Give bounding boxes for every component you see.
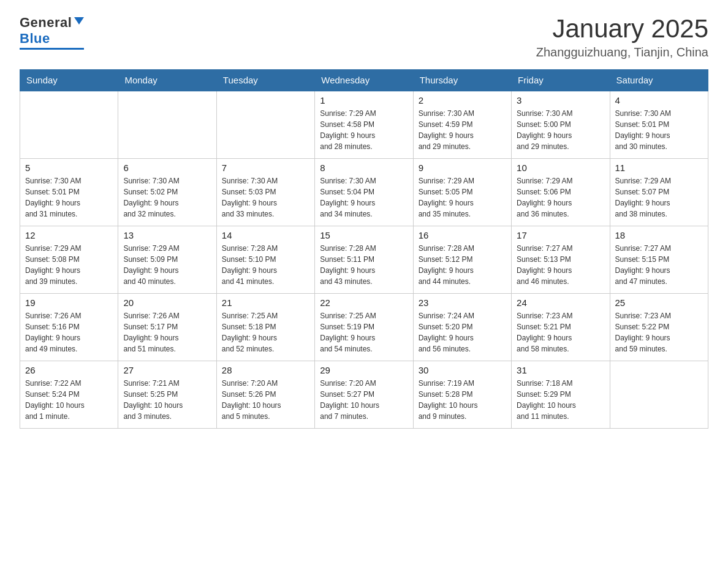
day-cell: 30Sunrise: 7:19 AM Sunset: 5:28 PM Dayli… (413, 361, 511, 428)
day-info: Sunrise: 7:20 AM Sunset: 5:27 PM Dayligh… (320, 378, 408, 422)
day-cell: 18Sunrise: 7:27 AM Sunset: 5:15 PM Dayli… (610, 226, 708, 293)
day-number: 27 (123, 365, 211, 375)
day-number: 9 (419, 163, 506, 173)
day-number: 14 (222, 230, 309, 240)
day-number: 3 (517, 95, 604, 105)
day-info: Sunrise: 7:19 AM Sunset: 5:28 PM Dayligh… (419, 378, 506, 422)
day-number: 30 (419, 365, 506, 375)
day-cell: 24Sunrise: 7:23 AM Sunset: 5:21 PM Dayli… (512, 293, 610, 361)
day-cell: 1Sunrise: 7:29 AM Sunset: 4:58 PM Daylig… (315, 91, 413, 158)
day-info: Sunrise: 7:30 AM Sunset: 5:04 PM Dayligh… (320, 175, 408, 220)
day-info: Sunrise: 7:30 AM Sunset: 4:59 PM Dayligh… (419, 108, 506, 152)
day-number: 24 (517, 297, 604, 308)
day-cell: 12Sunrise: 7:29 AM Sunset: 5:08 PM Dayli… (20, 226, 118, 293)
day-info: Sunrise: 7:29 AM Sunset: 5:05 PM Dayligh… (419, 175, 506, 220)
header-cell-tuesday: Tuesday (216, 70, 314, 91)
day-number: 20 (123, 297, 211, 308)
day-cell: 25Sunrise: 7:23 AM Sunset: 5:22 PM Dayli… (610, 293, 708, 361)
day-info: Sunrise: 7:23 AM Sunset: 5:22 PM Dayligh… (615, 310, 703, 354)
day-number: 18 (615, 230, 703, 240)
day-info: Sunrise: 7:20 AM Sunset: 5:26 PM Dayligh… (222, 378, 309, 422)
header-cell-friday: Friday (512, 70, 610, 91)
day-number: 26 (25, 365, 113, 375)
day-number: 29 (320, 365, 408, 375)
logo-triangle-icon (74, 17, 84, 25)
week-row-2: 5Sunrise: 7:30 AM Sunset: 5:01 PM Daylig… (20, 158, 708, 226)
day-number: 2 (419, 95, 506, 105)
day-info: Sunrise: 7:22 AM Sunset: 5:24 PM Dayligh… (25, 378, 113, 422)
day-cell: 16Sunrise: 7:28 AM Sunset: 5:12 PM Dayli… (413, 226, 511, 293)
header-cell-saturday: Saturday (610, 70, 708, 91)
day-cell: 22Sunrise: 7:25 AM Sunset: 5:19 PM Dayli… (315, 293, 413, 361)
day-cell: 15Sunrise: 7:28 AM Sunset: 5:11 PM Dayli… (315, 226, 413, 293)
day-info: Sunrise: 7:30 AM Sunset: 5:03 PM Dayligh… (222, 175, 309, 220)
day-cell: 13Sunrise: 7:29 AM Sunset: 5:09 PM Dayli… (118, 226, 216, 293)
day-info: Sunrise: 7:28 AM Sunset: 5:10 PM Dayligh… (222, 243, 309, 287)
header-cell-monday: Monday (118, 70, 216, 91)
day-info: Sunrise: 7:24 AM Sunset: 5:20 PM Dayligh… (419, 310, 506, 354)
week-row-3: 12Sunrise: 7:29 AM Sunset: 5:08 PM Dayli… (20, 226, 708, 293)
day-info: Sunrise: 7:27 AM Sunset: 5:15 PM Dayligh… (615, 243, 703, 287)
week-row-5: 26Sunrise: 7:22 AM Sunset: 5:24 PM Dayli… (20, 361, 708, 428)
day-cell: 26Sunrise: 7:22 AM Sunset: 5:24 PM Dayli… (20, 361, 118, 428)
day-info: Sunrise: 7:26 AM Sunset: 5:16 PM Dayligh… (25, 310, 113, 354)
calendar-body: 1Sunrise: 7:29 AM Sunset: 4:58 PM Daylig… (20, 91, 708, 428)
day-info: Sunrise: 7:23 AM Sunset: 5:21 PM Dayligh… (517, 310, 604, 354)
day-cell (610, 361, 708, 428)
day-number: 5 (25, 163, 113, 173)
day-number: 28 (222, 365, 309, 375)
day-info: Sunrise: 7:30 AM Sunset: 5:01 PM Dayligh… (25, 175, 113, 220)
day-info: Sunrise: 7:30 AM Sunset: 5:02 PM Dayligh… (123, 175, 211, 220)
day-cell: 6Sunrise: 7:30 AM Sunset: 5:02 PM Daylig… (118, 158, 216, 226)
day-cell: 8Sunrise: 7:30 AM Sunset: 5:04 PM Daylig… (315, 158, 413, 226)
calendar-title: January 2025 (536, 15, 708, 43)
day-cell: 14Sunrise: 7:28 AM Sunset: 5:10 PM Dayli… (216, 226, 314, 293)
day-info: Sunrise: 7:29 AM Sunset: 5:08 PM Dayligh… (25, 243, 113, 287)
day-cell: 21Sunrise: 7:25 AM Sunset: 5:18 PM Dayli… (216, 293, 314, 361)
day-number: 8 (320, 163, 408, 173)
day-cell: 23Sunrise: 7:24 AM Sunset: 5:20 PM Dayli… (413, 293, 511, 361)
day-number: 23 (419, 297, 506, 308)
day-cell (216, 91, 314, 158)
day-number: 10 (517, 163, 604, 173)
day-cell: 31Sunrise: 7:18 AM Sunset: 5:29 PM Dayli… (512, 361, 610, 428)
logo-general-text: General (20, 15, 72, 31)
calendar-table: SundayMondayTuesdayWednesdayThursdayFrid… (20, 69, 708, 429)
day-cell: 19Sunrise: 7:26 AM Sunset: 5:16 PM Dayli… (20, 293, 118, 361)
day-number: 11 (615, 163, 703, 173)
week-row-1: 1Sunrise: 7:29 AM Sunset: 4:58 PM Daylig… (20, 91, 708, 158)
day-cell: 5Sunrise: 7:30 AM Sunset: 5:01 PM Daylig… (20, 158, 118, 226)
week-row-4: 19Sunrise: 7:26 AM Sunset: 5:16 PM Dayli… (20, 293, 708, 361)
day-info: Sunrise: 7:30 AM Sunset: 5:00 PM Dayligh… (517, 108, 604, 152)
day-number: 15 (320, 230, 408, 240)
day-number: 31 (517, 365, 604, 375)
day-info: Sunrise: 7:28 AM Sunset: 5:12 PM Dayligh… (419, 243, 506, 287)
day-info: Sunrise: 7:26 AM Sunset: 5:17 PM Dayligh… (123, 310, 211, 354)
day-cell: 20Sunrise: 7:26 AM Sunset: 5:17 PM Dayli… (118, 293, 216, 361)
day-cell: 17Sunrise: 7:27 AM Sunset: 5:13 PM Dayli… (512, 226, 610, 293)
day-cell: 28Sunrise: 7:20 AM Sunset: 5:26 PM Dayli… (216, 361, 314, 428)
day-cell (20, 91, 118, 158)
calendar-subtitle: Zhangguizhuang, Tianjin, China (536, 45, 708, 59)
header-cell-wednesday: Wednesday (315, 70, 413, 91)
day-cell: 9Sunrise: 7:29 AM Sunset: 5:05 PM Daylig… (413, 158, 511, 226)
day-cell (118, 91, 216, 158)
day-cell: 11Sunrise: 7:29 AM Sunset: 5:07 PM Dayli… (610, 158, 708, 226)
day-info: Sunrise: 7:29 AM Sunset: 5:07 PM Dayligh… (615, 175, 703, 220)
logo-blue-text: Blue (20, 31, 50, 47)
day-info: Sunrise: 7:30 AM Sunset: 5:01 PM Dayligh… (615, 108, 703, 152)
day-cell: 29Sunrise: 7:20 AM Sunset: 5:27 PM Dayli… (315, 361, 413, 428)
day-number: 17 (517, 230, 604, 240)
day-number: 7 (222, 163, 309, 173)
page-header: General Blue January 2025 Zhangguizhuang… (20, 15, 708, 59)
day-number: 6 (123, 163, 211, 173)
day-info: Sunrise: 7:28 AM Sunset: 5:11 PM Dayligh… (320, 243, 408, 287)
day-cell: 7Sunrise: 7:30 AM Sunset: 5:03 PM Daylig… (216, 158, 314, 226)
day-cell: 2Sunrise: 7:30 AM Sunset: 4:59 PM Daylig… (413, 91, 511, 158)
day-info: Sunrise: 7:27 AM Sunset: 5:13 PM Dayligh… (517, 243, 604, 287)
day-number: 16 (419, 230, 506, 240)
day-info: Sunrise: 7:25 AM Sunset: 5:19 PM Dayligh… (320, 310, 408, 354)
day-cell: 27Sunrise: 7:21 AM Sunset: 5:25 PM Dayli… (118, 361, 216, 428)
logo-underline (20, 48, 84, 50)
day-number: 22 (320, 297, 408, 308)
